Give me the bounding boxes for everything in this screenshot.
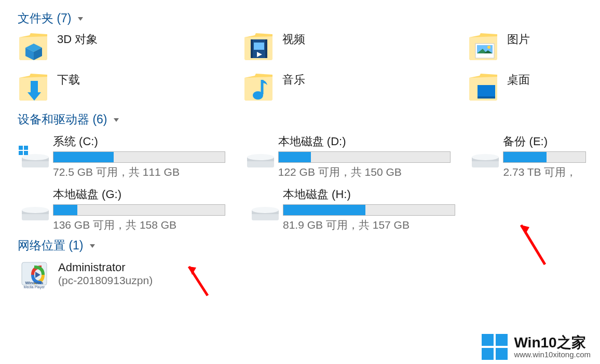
drive-icon bbox=[243, 143, 278, 171]
folder-label: 3D 对象 bbox=[57, 31, 98, 47]
folder-downloads[interactable]: 下载 bbox=[18, 71, 243, 103]
svg-point-34 bbox=[22, 207, 49, 213]
drive-name: 本地磁盘 (H:) bbox=[283, 187, 478, 202]
svg-text:Media Player: Media Player bbox=[24, 285, 46, 289]
wmp-icon: Windows Media Player bbox=[18, 258, 51, 290]
network-header-text: 网络位置 (1) bbox=[18, 239, 84, 252]
music-icon bbox=[243, 71, 275, 103]
svg-point-15 bbox=[253, 91, 263, 100]
drives-section-header[interactable]: 设备和驱动器 (6) bbox=[18, 111, 600, 128]
folder-desktop[interactable]: 桌面 bbox=[468, 71, 600, 103]
drive-usage-bar bbox=[503, 151, 586, 163]
drive-status: 72.5 GB 可用，共 111 GB bbox=[53, 165, 243, 179]
svg-rect-25 bbox=[24, 151, 28, 155]
svg-rect-5 bbox=[265, 39, 267, 58]
drive-name: 系统 (C:) bbox=[53, 134, 243, 149]
drive-c[interactable]: 系统 (C:) 72.5 GB 可用，共 111 GB bbox=[18, 132, 243, 181]
drive-status: 122 GB 可用，共 150 GB bbox=[278, 165, 468, 179]
watermark-url: www.win10xitong.com bbox=[514, 350, 591, 359]
folder-music[interactable]: 音乐 bbox=[243, 71, 468, 103]
desktop-icon bbox=[468, 71, 500, 103]
drive-icon bbox=[248, 195, 283, 224]
drive-h[interactable]: 本地磁盘 (H:) 81.9 GB 可用，共 157 GB bbox=[248, 185, 478, 234]
folder-label: 桌面 bbox=[507, 71, 530, 88]
folder-3d-objects[interactable]: 3D 对象 bbox=[18, 31, 243, 63]
network-name: Administrator bbox=[58, 261, 153, 274]
svg-rect-13 bbox=[31, 81, 38, 92]
drives-header-text: 设备和驱动器 (6) bbox=[18, 113, 107, 126]
network-location-item[interactable]: Windows Media Player Administrator (pc-2… bbox=[18, 258, 600, 290]
folder-label: 视频 bbox=[282, 31, 305, 47]
watermark-title: Win10之家 bbox=[514, 335, 591, 350]
drive-status: 81.9 GB 可用，共 157 GB bbox=[283, 218, 478, 232]
drive-usage-fill bbox=[283, 205, 365, 215]
drive-usage-fill bbox=[53, 152, 114, 162]
drive-name: 本地磁盘 (D:) bbox=[278, 134, 468, 149]
drive-usage-fill bbox=[53, 205, 77, 215]
svg-rect-4 bbox=[251, 39, 253, 58]
drive-name: 本地磁盘 (G:) bbox=[53, 187, 248, 202]
drive-d[interactable]: 本地磁盘 (D:) 122 GB 可用，共 150 GB bbox=[243, 132, 468, 181]
videos-icon bbox=[243, 31, 275, 63]
folder-label: 图片 bbox=[507, 31, 530, 47]
drive-icon bbox=[468, 143, 503, 171]
folders-header-text: 文件夹 (7) bbox=[18, 11, 72, 25]
folder-pictures[interactable]: 图片 bbox=[468, 31, 600, 63]
network-sub: (pc-20180913uzpn) bbox=[58, 274, 153, 287]
downloads-icon bbox=[18, 71, 50, 103]
drive-usage-fill bbox=[279, 152, 311, 162]
drive-usage-bar bbox=[283, 204, 455, 216]
drive-usage-bar bbox=[53, 151, 225, 163]
drive-usage-bar bbox=[53, 204, 225, 216]
svg-rect-23 bbox=[24, 146, 28, 150]
pictures-icon bbox=[468, 31, 500, 63]
svg-rect-24 bbox=[19, 151, 23, 155]
drive-usage-bar bbox=[278, 151, 451, 163]
drive-name: 备份 (E:) bbox=[503, 134, 600, 149]
drive-status: 136 GB 可用，共 158 GB bbox=[53, 218, 248, 232]
chevron-down-icon bbox=[78, 17, 83, 21]
drive-status: 2.73 TB 可用， bbox=[503, 165, 600, 179]
folder-videos[interactable]: 视频 bbox=[243, 31, 468, 63]
folders-section-header[interactable]: 文件夹 (7) bbox=[18, 10, 600, 26]
windows-logo-icon bbox=[482, 334, 508, 360]
drive-os-icon bbox=[18, 143, 53, 171]
svg-rect-17 bbox=[478, 96, 495, 99]
network-section-header[interactable]: 网络位置 (1) bbox=[18, 237, 600, 254]
svg-point-37 bbox=[252, 207, 279, 213]
3d-objects-icon bbox=[18, 31, 50, 63]
drive-e[interactable]: 备份 (E:) 2.73 TB 可用， bbox=[468, 132, 600, 181]
chevron-down-icon bbox=[90, 244, 95, 248]
svg-text:Windows: Windows bbox=[25, 281, 44, 285]
svg-point-31 bbox=[472, 154, 499, 160]
drive-usage-fill bbox=[503, 152, 546, 162]
svg-rect-22 bbox=[19, 146, 23, 150]
drive-icon bbox=[18, 195, 53, 224]
svg-rect-6 bbox=[254, 43, 264, 50]
svg-point-12 bbox=[487, 46, 490, 49]
drive-g[interactable]: 本地磁盘 (G:) 136 GB 可用，共 158 GB bbox=[18, 185, 248, 234]
watermark: Win10之家 www.win10xitong.com bbox=[482, 334, 591, 360]
folder-label: 音乐 bbox=[282, 71, 305, 88]
svg-point-28 bbox=[247, 154, 274, 160]
folder-label: 下载 bbox=[57, 71, 80, 88]
chevron-down-icon bbox=[114, 118, 119, 122]
